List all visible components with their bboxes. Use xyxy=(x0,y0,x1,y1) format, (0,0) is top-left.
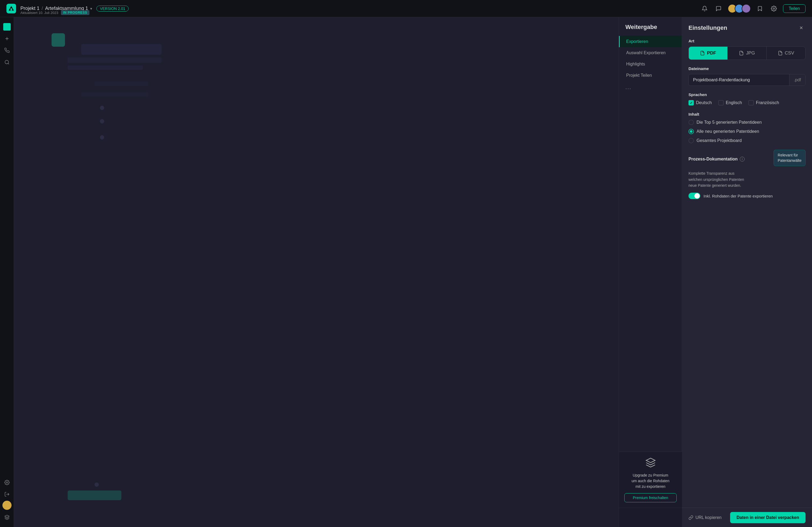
dateiname-row: .pdf xyxy=(688,74,806,86)
status-badge: IN PROGRESS xyxy=(61,10,89,15)
checkbox-englisch[interactable]: Englisch xyxy=(718,100,742,105)
url-kopieren-label: URL kopieren xyxy=(695,515,722,520)
einst-header: Einstellungen × xyxy=(688,24,806,32)
format-tab-pdf[interactable]: PDF xyxy=(689,47,728,60)
menu-item-more[interactable]: ... xyxy=(619,81,682,94)
radio-alle-dot[interactable] xyxy=(688,129,694,134)
topbar-right: Teilen xyxy=(700,4,806,13)
checkbox-deutsch[interactable]: Deutsch xyxy=(688,100,712,105)
toggle-row: Inkl. Rohdaten der Patente exportieren xyxy=(688,193,806,199)
tooltip-bubble: Relevant fürPatentanwälte xyxy=(773,150,806,166)
svg-point-2 xyxy=(773,8,775,10)
dateiname-label: Dateiname xyxy=(688,66,806,71)
svg-rect-1 xyxy=(11,8,12,11)
left-panel-bottom-bar xyxy=(619,508,682,527)
avatar-3[interactable] xyxy=(742,4,751,13)
menu-item-exportieren[interactable]: Exportieren xyxy=(619,36,682,47)
format-tab-csv[interactable]: CSV xyxy=(767,47,805,60)
chat-icon-btn[interactable] xyxy=(714,4,723,13)
prozess-desc: Komplette Transparenz auswelchen ursprün… xyxy=(688,170,806,189)
svg-marker-9 xyxy=(4,515,9,517)
updated-label: Aktualisiert 10. Juli 2023 xyxy=(20,11,58,15)
dateiname-input[interactable] xyxy=(689,74,789,86)
avatars-group[interactable] xyxy=(728,4,751,13)
sprachen-label: Sprachen xyxy=(688,92,806,97)
einst-title: Einstellungen xyxy=(688,25,727,31)
toggle-label: Inkl. Rohdaten der Patente exportieren xyxy=(704,194,773,198)
sidebar xyxy=(0,17,14,527)
sidebar-icon-logout[interactable] xyxy=(2,489,12,500)
sidebar-icon-phone[interactable] xyxy=(2,45,12,56)
sidebar-icon-add[interactable] xyxy=(2,33,12,44)
sidebar-icon-layers[interactable] xyxy=(2,512,12,523)
upgrade-text: Upgrade zu Premiumum auch die Rohdatenmi… xyxy=(624,472,677,490)
weitergabe-title: Weitergabe xyxy=(619,24,682,36)
upgrade-stack-icon xyxy=(624,457,677,470)
dropdown-icon[interactable]: ▾ xyxy=(90,6,92,11)
menu-item-auswahl[interactable]: Auswahl Exportieren xyxy=(619,47,682,59)
svg-point-7 xyxy=(6,482,8,483)
radio-alle[interactable]: Alle neu generierten Patentideen xyxy=(688,129,806,134)
svg-point-5 xyxy=(5,60,8,64)
sidebar-icon-search[interactable] xyxy=(2,57,12,67)
checkbox-franzoesisch-box[interactable] xyxy=(748,100,754,105)
menu-item-highlights[interactable]: Highlights xyxy=(619,59,682,70)
radio-gesamtes-dot[interactable] xyxy=(688,138,694,143)
prozess-header: Prozess-Dokumentation i Relevant fürPate… xyxy=(688,150,806,168)
svg-marker-10 xyxy=(646,458,655,463)
info-icon[interactable]: i xyxy=(740,157,744,162)
sidebar-icon-settings[interactable] xyxy=(2,477,12,488)
menu-item-projekt-teilen[interactable]: Projekt Teilen xyxy=(619,70,682,81)
sidebar-bottom xyxy=(2,477,12,523)
toggle-inkl-rohdaten[interactable] xyxy=(688,193,700,199)
notification-icon-btn[interactable] xyxy=(700,4,709,13)
sidebar-icon-logo xyxy=(2,21,12,32)
format-tabs: PDF JPG CSV xyxy=(688,46,806,60)
settings-icon-btn[interactable] xyxy=(769,4,779,13)
url-kopieren-button[interactable]: URL kopieren xyxy=(688,515,722,520)
dateiname-ext: .pdf xyxy=(789,74,805,86)
version-badge[interactable]: VERSION 2.01 xyxy=(97,6,129,12)
sprachen-row: Deutsch Englisch Französisch xyxy=(688,100,806,105)
upgrade-box: Upgrade zu Premiumum auch die Rohdatenmi… xyxy=(619,452,682,508)
close-button[interactable]: × xyxy=(797,24,806,32)
bookmark-icon-btn[interactable] xyxy=(755,4,765,13)
radio-top5[interactable]: Die Top 5 generierten Patentideen xyxy=(688,120,806,125)
einst-bottom-bar: URL kopieren Daten in einer Datei verpac… xyxy=(682,508,812,527)
art-label: Art xyxy=(688,39,806,43)
radio-gesamtes[interactable]: Gesamtes Projektboard xyxy=(688,138,806,143)
weitergabe-panel: Weitergabe Exportieren Auswahl Exportier… xyxy=(619,17,812,527)
radio-top5-dot[interactable] xyxy=(688,120,694,125)
logo[interactable] xyxy=(6,4,16,13)
radio-group-inhalt: Die Top 5 generierten Patentideen Alle n… xyxy=(688,120,806,143)
premium-button[interactable]: Premium freischalten xyxy=(624,493,677,502)
checkbox-deutsch-box[interactable] xyxy=(688,100,694,105)
checkbox-franzoesisch[interactable]: Französisch xyxy=(748,100,779,105)
daten-verpacken-button[interactable]: Daten in einer Datei verpacken xyxy=(730,512,806,523)
toggle-thumb xyxy=(694,193,700,199)
user-avatar[interactable] xyxy=(2,501,12,510)
checkbox-englisch-box[interactable] xyxy=(718,100,724,105)
format-tab-jpg[interactable]: JPG xyxy=(728,47,767,60)
svg-line-6 xyxy=(8,63,9,64)
teilen-button[interactable]: Teilen xyxy=(783,4,806,13)
prozess-label: Prozess-Dokumentation xyxy=(688,157,738,162)
inhalt-label: Inhalt xyxy=(688,112,806,117)
weitergabe-left: Weitergabe Exportieren Auswahl Exportier… xyxy=(619,17,682,527)
topbar-sub: Aktualisiert 10. Juli 2023 IN PROGRESS xyxy=(20,10,89,15)
einstellungen-panel: Einstellungen × Art PDF JPG CSV Dateinam… xyxy=(682,17,812,527)
topbar: Projekt 1 / Artefaktsammlung 1 ▾ VERSION… xyxy=(0,0,812,17)
